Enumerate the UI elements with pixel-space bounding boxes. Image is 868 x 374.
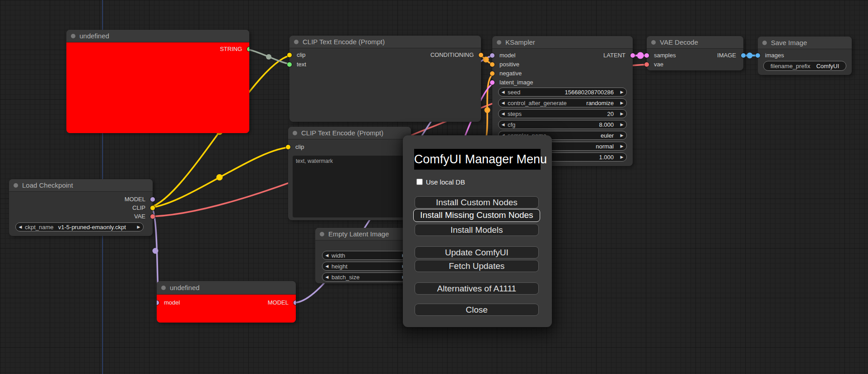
slot-dot[interactable] [247, 47, 249, 51]
node-titlebar[interactable]: Save Image [758, 37, 852, 49]
node-titlebar[interactable]: VAE Decode [647, 36, 743, 49]
input-slot-latent-image[interactable]: latent_image [492, 78, 533, 87]
output-slot-image[interactable]: IMAGE [717, 51, 743, 60]
slot-dot[interactable] [644, 53, 649, 58]
output-slot-latent[interactable]: LATENT [603, 51, 633, 60]
input-slot-text[interactable]: text [289, 60, 306, 69]
node-clip-encode-1[interactable]: CLIP Text Encode (Prompt) clip text COND… [289, 36, 481, 122]
slot-dot[interactable] [287, 53, 292, 57]
cfg-widget[interactable]: cfg 8.000 [498, 120, 627, 129]
install-missing-custom-nodes-button[interactable]: Install Missing Custom Nodes [413, 209, 540, 222]
input-slot-positive[interactable]: positive [492, 60, 519, 69]
ckpt-name-widget[interactable]: ckpt_name v1-5-pruned-emaonly.ckpt [15, 222, 144, 231]
use-local-db-checkbox[interactable] [416, 179, 423, 185]
slot-dot[interactable] [756, 53, 760, 58]
output-slot-vae[interactable]: VAE [134, 212, 153, 221]
collapse-dot-icon[interactable] [161, 286, 166, 290]
collapse-dot-icon[interactable] [762, 41, 767, 45]
input-slot-model[interactable]: model [492, 51, 515, 60]
height-widget[interactable]: height [322, 262, 409, 271]
filename-prefix-widget[interactable]: filename_prefix ComfyUI [763, 61, 846, 71]
output-slot-conditioning[interactable]: CONDITIONING [430, 51, 481, 60]
output-slot-model[interactable]: MODEL [268, 298, 296, 307]
node-clip-encode-2[interactable]: CLIP Text Encode (Prompt) clip text, wat… [288, 127, 411, 220]
prompt-textarea[interactable]: text, watermark [293, 156, 406, 217]
slot-dot[interactable] [490, 80, 495, 85]
node-titlebar[interactable]: KSampler [492, 36, 633, 49]
slot-dot[interactable] [741, 53, 746, 58]
input-slot-clip[interactable]: clip [288, 143, 304, 152]
slot-dot[interactable] [490, 62, 495, 67]
steps-widget[interactable]: steps 20 [498, 109, 627, 118]
input-slot-model[interactable]: model [157, 298, 180, 307]
increment-arrow-icon[interactable] [617, 122, 626, 127]
close-button[interactable]: Close [415, 304, 539, 316]
input-slot-vae[interactable]: vae [647, 60, 663, 69]
decrement-arrow-icon[interactable] [499, 111, 508, 116]
node-load-checkpoint[interactable]: Load Checkpoint MODEL CLIP VAE ckpt_name… [9, 179, 153, 236]
install-models-button[interactable]: Install Models [415, 224, 539, 236]
input-slot-images[interactable]: images [758, 51, 784, 60]
decrement-arrow-icon[interactable] [322, 253, 331, 258]
slot-dot[interactable] [630, 53, 635, 58]
collapse-dot-icon[interactable] [320, 232, 324, 236]
increment-arrow-icon[interactable] [134, 225, 143, 229]
width-widget[interactable]: width [322, 251, 409, 260]
update-comfyui-button[interactable]: Update ComfyUI [415, 246, 539, 259]
decrement-arrow-icon[interactable] [16, 225, 25, 229]
increment-arrow-icon[interactable] [617, 111, 626, 116]
collapse-dot-icon[interactable] [71, 34, 75, 38]
node-titlebar[interactable]: CLIP Text Encode (Prompt) [289, 36, 481, 48]
slot-dot[interactable] [157, 300, 159, 305]
collapse-dot-icon[interactable] [14, 183, 18, 188]
seed-widget[interactable]: seed 156680208700286 [498, 88, 627, 97]
collapse-dot-icon[interactable] [651, 40, 656, 45]
input-slot-negative[interactable]: negative [492, 69, 522, 78]
decrement-arrow-icon[interactable] [322, 264, 331, 268]
fetch-updates-button[interactable]: Fetch Updates [415, 260, 539, 272]
increment-arrow-icon[interactable] [617, 144, 626, 148]
increment-arrow-icon[interactable] [617, 155, 626, 159]
output-slot-model[interactable]: MODEL [125, 195, 153, 204]
slot-dot[interactable] [287, 62, 292, 67]
collapse-dot-icon[interactable] [294, 40, 299, 44]
decrement-arrow-icon[interactable] [499, 101, 508, 105]
slot-dot[interactable] [294, 300, 296, 305]
slot-dot[interactable] [479, 53, 483, 57]
link-midpoint-dot [153, 248, 159, 254]
decrement-arrow-icon[interactable] [499, 90, 508, 94]
output-slot-string[interactable]: STRING [66, 45, 249, 54]
output-slot-clip[interactable]: CLIP [132, 203, 153, 212]
increment-arrow-icon[interactable] [617, 90, 626, 94]
node-save-image[interactable]: Save Image images filename_prefix ComfyU… [758, 37, 852, 75]
node-undefined-top[interactable]: undefined STRING [66, 30, 249, 133]
input-slot-clip[interactable]: clip [289, 51, 306, 60]
install-custom-nodes-button[interactable]: Install Custom Nodes [415, 196, 539, 208]
slot-dot[interactable] [490, 53, 495, 58]
slot-dot[interactable] [150, 214, 155, 219]
increment-arrow-icon[interactable] [617, 101, 626, 105]
control-after-generate-widget[interactable]: control_after_generate randomize [498, 98, 627, 107]
batch-size-widget[interactable]: batch_size [322, 272, 409, 282]
node-titlebar[interactable]: Empty Latent Image [315, 228, 413, 240]
node-titlebar[interactable]: Load Checkpoint [9, 179, 153, 192]
slot-dot[interactable] [150, 206, 155, 210]
increment-arrow-icon[interactable] [617, 133, 626, 138]
node-titlebar[interactable]: undefined [66, 30, 249, 42]
node-undefined-bottom[interactable]: undefined model MODEL [157, 281, 296, 323]
node-titlebar[interactable]: undefined [157, 281, 296, 295]
collapse-dot-icon[interactable] [293, 131, 297, 135]
node-titlebar[interactable]: CLIP Text Encode (Prompt) [288, 127, 411, 139]
slot-dot[interactable] [644, 62, 649, 67]
slot-dot[interactable] [286, 145, 290, 149]
decrement-arrow-icon[interactable] [499, 122, 508, 127]
comfyui-canvas[interactable]: { "link_colors": { "model": "#b39ddb", "… [0, 0, 868, 374]
slot-dot[interactable] [490, 71, 495, 76]
input-slot-samples[interactable]: samples [647, 51, 676, 60]
collapse-dot-icon[interactable] [497, 40, 501, 45]
node-vae-decode[interactable]: VAE Decode samples vae IMAGE [647, 36, 743, 70]
node-empty-latent-image[interactable]: Empty Latent Image width height batch_si… [315, 228, 413, 283]
decrement-arrow-icon[interactable] [322, 275, 331, 279]
alternatives-of-a1111-button[interactable]: Alternatives of A1111 [415, 282, 539, 295]
slot-dot[interactable] [150, 197, 155, 202]
